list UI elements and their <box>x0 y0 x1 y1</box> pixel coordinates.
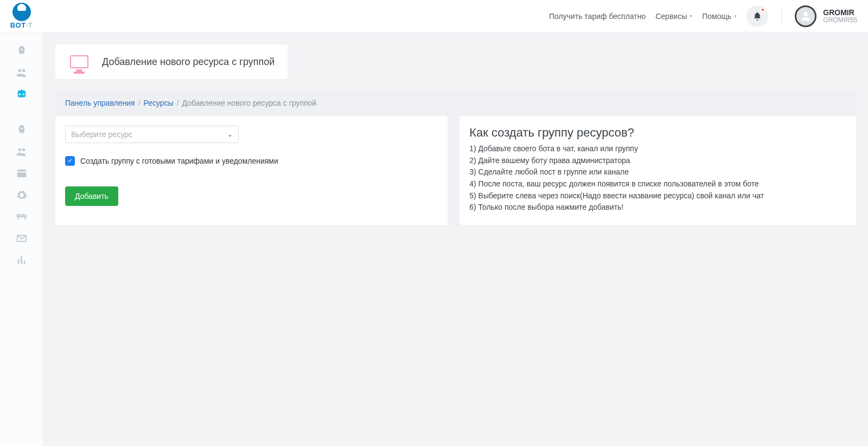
bar-chart-icon <box>16 254 28 266</box>
mail-icon <box>16 232 28 244</box>
sidebar-item-bot[interactable] <box>0 83 43 105</box>
credit-card-icon <box>16 167 28 179</box>
rocket-icon <box>16 45 28 57</box>
topbar-help-label: Помощь <box>702 12 731 21</box>
breadcrumb-current: Добавление нового ресурса с группой <box>182 99 317 107</box>
chevron-down-icon: ⌄ <box>227 131 233 138</box>
help-step-6: 6) Только после выбора нажмите добавить! <box>469 202 846 214</box>
form-card: Выберите ресурс ⌄ Создать группу с готов… <box>55 116 448 225</box>
users-icon <box>16 67 28 79</box>
help-card: Как создать группу ресурсов? 1) Добавьте… <box>459 116 856 225</box>
sidebar-item-stats[interactable] <box>0 249 43 271</box>
sidebar-nav <box>0 33 43 271</box>
create-group-checkbox-row[interactable]: Создать группу с готовыми тарифами и уве… <box>65 156 438 166</box>
avatar <box>795 5 816 27</box>
chevron-down-icon: ▾ <box>734 13 737 19</box>
help-step-5: 5) Выберите слева через поиск(Надо ввест… <box>469 190 846 202</box>
help-step-4: 4) После поста, ваш ресурс должен появит… <box>469 178 846 190</box>
sidebar-item-rocket-2[interactable] <box>0 119 43 141</box>
barrier-icon <box>16 211 28 223</box>
topbar-link-free-tariff[interactable]: Получить тариф бесплатно <box>549 12 646 21</box>
bot-icon <box>16 88 28 100</box>
help-title: Как создать группу ресурсов? <box>469 126 846 140</box>
user-name: GROMIR <box>823 8 857 17</box>
user-login: GROMIR55 <box>823 17 857 24</box>
rocket-icon <box>16 124 28 136</box>
sidebar-item-mail[interactable] <box>0 228 43 249</box>
breadcrumb-dashboard[interactable]: Панель управления <box>65 99 135 107</box>
breadcrumb: Панель управления / Ресурсы / Добавление… <box>55 91 856 116</box>
create-group-checkbox-label: Создать группу с готовыми тарифами и уве… <box>80 157 278 165</box>
page-title: Добавление нового ресурса с группой <box>102 56 275 68</box>
topbar: Получить тариф бесплатно Сервисы ▾ Помощ… <box>43 0 868 33</box>
help-steps: 1) Добавьте своего бота в чат, канал или… <box>469 143 846 214</box>
monitor-icon <box>68 51 90 73</box>
sidebar-item-card[interactable] <box>0 163 43 184</box>
breadcrumb-resources[interactable]: Ресурсы <box>144 99 174 107</box>
topbar-services-label: Сервисы <box>655 12 687 21</box>
create-group-checkbox[interactable] <box>65 156 75 166</box>
breadcrumb-sep: / <box>177 99 179 107</box>
sidebar-item-settings[interactable] <box>0 184 43 206</box>
check-icon <box>67 158 73 164</box>
resource-select[interactable]: Выберите ресурс ⌄ <box>65 126 239 143</box>
breadcrumb-sep: / <box>138 99 141 107</box>
brand-logo[interactable]: BOT-T <box>0 0 43 33</box>
notification-dot <box>761 8 765 12</box>
sidebar-item-barrier[interactable] <box>0 206 43 228</box>
panel-area: Панель управления / Ресурсы / Добавление… <box>55 91 856 225</box>
sidebar-item-rocket[interactable] <box>0 40 43 62</box>
topbar-link-help[interactable]: Помощь ▾ <box>702 12 737 21</box>
resource-select-placeholder: Выберите ресурс <box>71 130 132 139</box>
add-button[interactable]: Добавить <box>65 186 118 206</box>
help-step-3: 3) Сделайте любой пост в группе или кана… <box>469 166 846 178</box>
brand-logo-text: BOT-T <box>10 21 33 29</box>
sidebar: BOT-T <box>0 0 43 446</box>
sidebar-item-users-2[interactable] <box>0 141 43 163</box>
user-icon <box>799 10 812 23</box>
bell-icon <box>752 11 762 21</box>
page-title-card: Добавление нового ресурса с группой <box>55 44 288 79</box>
users-icon <box>16 146 28 158</box>
topbar-separator <box>781 8 782 24</box>
chevron-down-icon: ▾ <box>690 13 692 19</box>
brand-logo-icon <box>12 3 31 21</box>
sidebar-item-users[interactable] <box>0 62 43 83</box>
topbar-link-services[interactable]: Сервисы ▾ <box>655 12 692 21</box>
gear-icon <box>16 189 28 201</box>
user-menu[interactable]: GROMIR GROMIR55 <box>795 5 857 27</box>
content: Добавление нового ресурса с группой Пане… <box>43 33 868 237</box>
notifications-button[interactable] <box>746 5 768 27</box>
help-step-1: 1) Добавьте своего бота в чат, канал или… <box>469 143 846 155</box>
help-step-2: 2) Дайте вашему боту права администратор… <box>469 155 846 167</box>
